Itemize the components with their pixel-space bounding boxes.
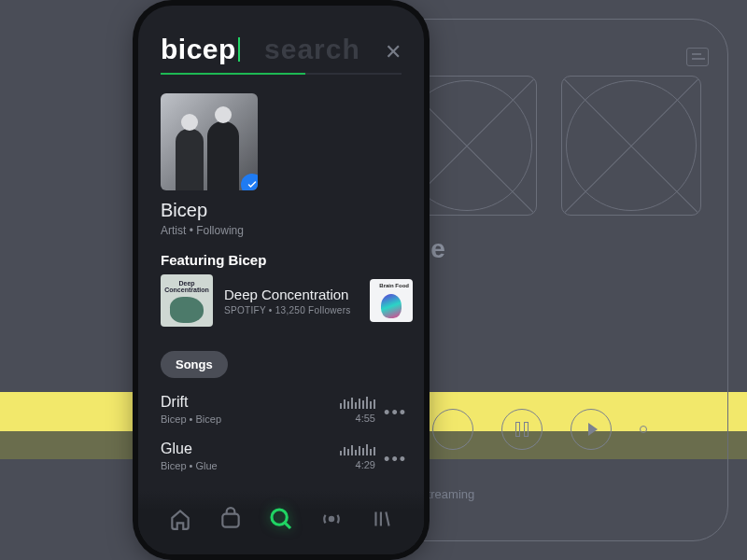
svg-rect-0 [222,514,238,527]
top-result[interactable]: Bicep Artist • Following [161,93,258,237]
featuring-heading: Featuring Bicep [161,252,266,268]
svg-point-2 [330,517,333,521]
equalizer-icon [340,442,375,455]
featuring-row: Deep Concentration Deep Concentration SP… [161,274,424,327]
search-underline [161,73,402,75]
song-duration: 4:29 [356,459,375,470]
text-cursor [238,37,240,62]
playlist-thumb-caption: Brain Food [379,283,409,288]
artist-photo [161,93,258,190]
tab-browse[interactable] [217,505,245,533]
song-row[interactable]: Glue Bicep • Glue 4:29 ••• [161,441,407,471]
app-phone: bicep search ✕ Bicep Artist • Following … [138,6,424,554]
search-input[interactable]: bicep [161,34,240,65]
song-duration: 4:55 [356,413,375,424]
bottom-tab-bar [138,491,424,554]
song-row[interactable]: Drift Bicep • Bicep 4:55 ••• [161,394,407,425]
playlist-subtitle: SPOTIFY • 13,250 Followers [224,305,359,315]
wireframe-phone: title ne Streaming [374,19,728,541]
queue-icon [686,48,709,66]
tab-songs[interactable]: Songs [161,351,228,378]
close-icon[interactable]: ✕ [385,40,402,64]
next-icon [571,409,612,450]
wire-album-placeholder [561,76,701,216]
svg-point-1 [272,510,287,525]
more-icon[interactable]: ••• [384,450,407,469]
search-placeholder: search [264,34,360,65]
tab-search[interactable] [267,505,295,533]
search-query: bicep [161,34,236,64]
prev-icon [432,409,473,450]
tab-library[interactable] [368,505,396,533]
wire-player-controls [397,402,705,456]
playlist-item[interactable]: Deep Concentration SPOTIFY • 13,250 Foll… [224,287,359,315]
verified-badge-icon [241,174,258,190]
repeat-icon [640,426,647,433]
artist-name: Bicep [161,200,258,221]
equalizer-icon [340,396,375,409]
tab-radio[interactable] [317,505,345,533]
pause-icon [501,409,543,450]
playlist-thumb[interactable]: Brain Food [370,279,413,322]
wire-streaming-text: Streaming [419,487,474,501]
playlist-title: Deep Concentration [224,287,359,302]
playlist-thumb[interactable]: Deep Concentration [161,274,213,327]
more-icon[interactable]: ••• [384,403,407,423]
playlist-thumb-caption: Deep Concentration [161,280,213,293]
artist-meta: Artist • Following [161,224,258,237]
tab-home[interactable] [166,505,194,533]
